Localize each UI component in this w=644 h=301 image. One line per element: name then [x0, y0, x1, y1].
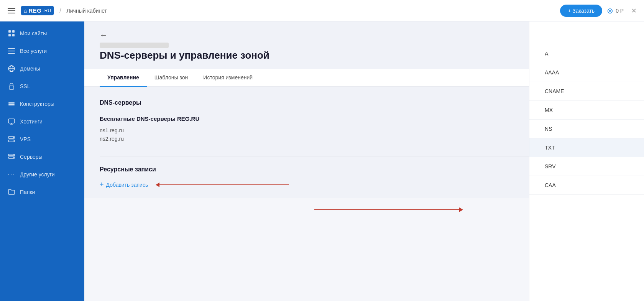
- list-icon: [8, 47, 15, 55]
- svg-point-18: [13, 137, 14, 138]
- grid-icon: [8, 30, 15, 37]
- sidebar-item-all-services[interactable]: Все услуги: [0, 42, 84, 60]
- add-plus-icon: +: [100, 181, 104, 189]
- add-record-label: Добавить запись: [106, 182, 148, 188]
- svg-point-19: [13, 141, 14, 141]
- dns-type-A[interactable]: A: [529, 44, 644, 63]
- svg-rect-6: [8, 53, 15, 54]
- svg-rect-0: [8, 30, 11, 33]
- vps-icon: [8, 135, 15, 143]
- svg-rect-4: [8, 48, 15, 49]
- svg-point-23: [13, 157, 14, 158]
- dns-type-AAAA[interactable]: AAAA: [529, 63, 644, 82]
- monitor-icon: [8, 118, 15, 125]
- balance-box: ⊜ 0 Р: [607, 6, 624, 15]
- server-icon: [8, 153, 15, 161]
- arrow-line: [159, 184, 289, 185]
- sidebar-item-servers[interactable]: Серверы: [0, 148, 84, 166]
- topbar: ⌂ REG .RU / Личный кабинет + Заказать ⊜ …: [0, 0, 644, 21]
- sidebar-item-folders[interactable]: Папки: [0, 183, 84, 201]
- lock-icon: [8, 82, 15, 90]
- sidebar-label-other: Другие услуги: [20, 171, 55, 178]
- close-button[interactable]: ×: [631, 6, 636, 16]
- sidebar-label-servers: Серверы: [20, 154, 43, 160]
- sidebar-label-hosting: Хостинги: [20, 118, 43, 125]
- sidebar-label-domains: Домены: [20, 66, 40, 72]
- right-arrow-line: [314, 209, 460, 210]
- sidebar-item-my-sites[interactable]: Мои сайты: [0, 25, 84, 42]
- sidebar: Мои сайты Все услуги Домены: [0, 21, 84, 301]
- coins-icon: ⊜: [607, 6, 613, 15]
- order-button[interactable]: + Заказать: [560, 5, 602, 17]
- balance-value: 0 Р: [616, 8, 624, 14]
- sidebar-label-vps: VPS: [20, 136, 31, 142]
- dns-type-CNAME[interactable]: CNAME: [529, 82, 644, 101]
- logo-box[interactable]: ⌂ REG .RU: [21, 6, 54, 15]
- sidebar-item-builders[interactable]: Конструкторы: [0, 95, 84, 113]
- tab-zone-templates[interactable]: Шаблоны зон: [147, 69, 196, 87]
- add-record-button[interactable]: + Добавить запись: [100, 181, 148, 189]
- sidebar-label-builders: Конструкторы: [20, 101, 54, 107]
- svg-rect-2: [8, 34, 11, 36]
- svg-rect-3: [12, 34, 15, 36]
- main-layout: Мои сайты Все услуги Домены: [0, 21, 644, 301]
- dns-type-CAA[interactable]: CAA: [529, 176, 644, 195]
- hamburger-icon[interactable]: [8, 8, 15, 13]
- svg-point-22: [13, 155, 14, 155]
- content-wrapper: ← DNS-серверы и управление зоной Управле…: [84, 21, 644, 301]
- svg-rect-12: [8, 102, 15, 104]
- tab-change-history[interactable]: История изменений: [196, 69, 260, 87]
- back-button[interactable]: ←: [100, 31, 107, 39]
- logo-ru: .RU: [43, 8, 51, 13]
- globe-icon: [8, 65, 15, 72]
- dots-icon: ···: [8, 171, 15, 178]
- sidebar-item-hosting[interactable]: Хостинги: [0, 113, 84, 130]
- sidebar-item-ssl[interactable]: SSL: [0, 77, 84, 95]
- sidebar-item-other[interactable]: ··· Другие услуги: [0, 166, 84, 183]
- house-icon: ⌂: [24, 8, 27, 14]
- breadcrumb-separator: /: [59, 7, 61, 14]
- dns-type-TXT[interactable]: TXT: [529, 138, 644, 157]
- folder-icon: [8, 188, 15, 196]
- right-arrow-annotation: [314, 209, 460, 210]
- dns-type-MX[interactable]: MX: [529, 101, 644, 120]
- dns-type-NS[interactable]: NS: [529, 120, 644, 138]
- sidebar-label-all-services: Все услуги: [20, 48, 47, 54]
- sidebar-item-domains[interactable]: Домены: [0, 60, 84, 77]
- svg-rect-11: [8, 104, 15, 105]
- sidebar-label-folders: Папки: [20, 189, 35, 195]
- tools-icon: [8, 100, 15, 108]
- tab-management[interactable]: Управление: [100, 69, 147, 87]
- logo-text: REG: [28, 7, 41, 14]
- svg-rect-1: [12, 30, 15, 33]
- svg-rect-13: [8, 119, 15, 123]
- sidebar-item-vps[interactable]: VPS: [0, 130, 84, 148]
- right-panel: A AAAA CNAME MX NS TXT SRV CAA: [529, 21, 644, 301]
- dns-type-SRV[interactable]: SRV: [529, 157, 644, 176]
- svg-rect-5: [8, 51, 15, 51]
- svg-rect-10: [9, 86, 14, 89]
- sidebar-label-my-sites: Мои сайты: [20, 30, 47, 36]
- cabinet-label: Личный кабинет: [67, 8, 107, 14]
- topbar-right: + Заказать ⊜ 0 Р ×: [560, 5, 636, 17]
- sidebar-label-ssl: SSL: [20, 83, 30, 89]
- left-arrow-annotation: [159, 184, 289, 185]
- topbar-left: ⌂ REG .RU / Личный кабинет: [8, 6, 107, 15]
- domain-hint: [100, 43, 169, 48]
